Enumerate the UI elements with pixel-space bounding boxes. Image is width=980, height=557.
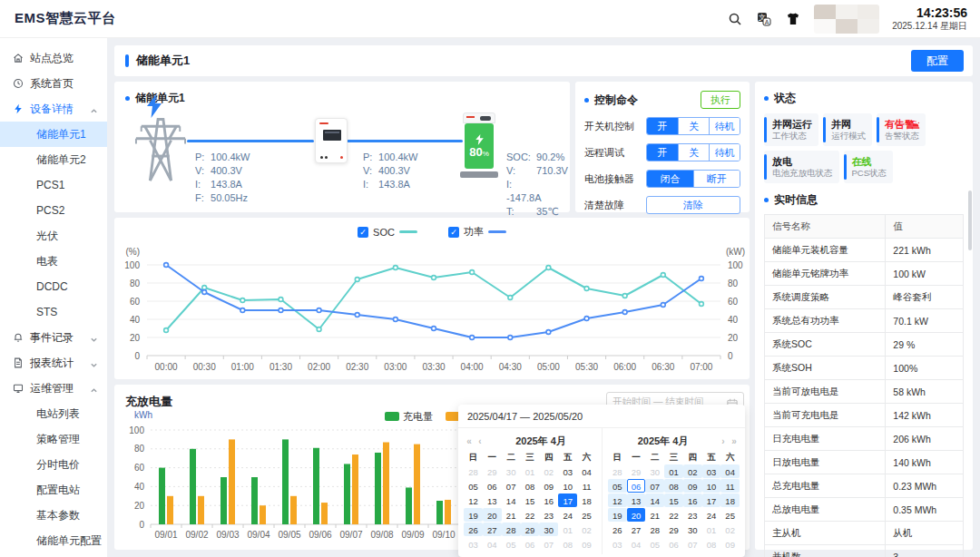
sidebar-item-pcs1[interactable]: PCS1 bbox=[0, 172, 107, 198]
calendar-day[interactable]: 05 bbox=[645, 537, 664, 551]
calendar-day[interactable]: 23 bbox=[539, 508, 558, 522]
segment-option[interactable]: 断开 bbox=[693, 171, 740, 187]
calendar-day[interactable]: 28 bbox=[645, 523, 664, 536]
calendar-day[interactable]: 05 bbox=[502, 537, 521, 551]
calendar-day[interactable]: 01 bbox=[521, 464, 540, 478]
calendar-day[interactable]: 02 bbox=[577, 523, 596, 536]
calendar-day[interactable]: 30 bbox=[502, 464, 521, 478]
calendar-day[interactable]: 30 bbox=[645, 464, 664, 478]
segment-option[interactable]: 闭合 bbox=[647, 171, 693, 187]
sidebar-item-system-mgmt[interactable]: 系统管理 bbox=[0, 553, 107, 557]
calendar-day[interactable]: 29 bbox=[521, 523, 540, 536]
calendar-day[interactable]: 21 bbox=[502, 508, 521, 522]
segment-option[interactable]: 关 bbox=[678, 144, 709, 161]
calendar-day[interactable]: 06 bbox=[483, 479, 502, 493]
calendar-day[interactable]: 02 bbox=[720, 523, 740, 536]
calendar-day[interactable]: 04 bbox=[483, 537, 502, 551]
calendar-day[interactable]: 09 bbox=[539, 479, 558, 493]
calendar-day[interactable]: 18 bbox=[720, 493, 740, 507]
sidebar-item-event-log[interactable]: 事件记录 bbox=[0, 325, 107, 350]
calendar-day[interactable]: 05 bbox=[464, 479, 483, 493]
calendar-day[interactable]: 10 bbox=[558, 479, 577, 493]
user-avatar-blurred[interactable] bbox=[814, 5, 879, 34]
calendar-day[interactable]: 22 bbox=[521, 508, 540, 522]
calendar-day[interactable]: 02 bbox=[539, 464, 558, 478]
calendar-day[interactable]: 07 bbox=[539, 537, 558, 551]
calendar-day[interactable]: 03 bbox=[702, 464, 721, 478]
config-button[interactable]: 配置 bbox=[911, 50, 964, 72]
sidebar-item-unit-config[interactable]: 储能单元配置 bbox=[0, 528, 107, 553]
calendar-day[interactable]: 29 bbox=[483, 464, 502, 478]
calendar-day[interactable]: 22 bbox=[664, 508, 683, 522]
calendar-day[interactable]: 01 bbox=[702, 523, 721, 536]
calendar-day[interactable]: 28 bbox=[464, 464, 483, 478]
calendar-day[interactable]: 16 bbox=[539, 493, 558, 507]
sidebar-item-pcs2[interactable]: PCS2 bbox=[0, 198, 107, 223]
calendar-day[interactable]: 10 bbox=[702, 479, 721, 493]
calendar-day[interactable]: 15 bbox=[664, 493, 683, 507]
segment-option[interactable]: 开 bbox=[647, 144, 678, 161]
calendar-day[interactable]: 25 bbox=[720, 508, 740, 522]
translate-icon[interactable]: 文A bbox=[756, 11, 772, 27]
calendar-day[interactable]: 28 bbox=[608, 464, 627, 478]
calendar-day[interactable]: 12 bbox=[608, 493, 627, 507]
execute-button[interactable]: 执行 bbox=[701, 91, 740, 109]
sidebar-item-station-config[interactable]: 配置电站 bbox=[0, 477, 107, 503]
calendar-day[interactable]: 13 bbox=[483, 493, 502, 507]
calendar-day[interactable]: 17 bbox=[558, 493, 577, 507]
calendar-day[interactable]: 21 bbox=[645, 508, 664, 522]
calendar-day[interactable]: 20 bbox=[483, 508, 502, 522]
calendar-day[interactable]: 07 bbox=[502, 479, 521, 493]
sidebar-item-dcdc[interactable]: DCDC bbox=[0, 274, 107, 299]
calendar-day[interactable]: 24 bbox=[558, 508, 577, 522]
calendar-day[interactable]: 06 bbox=[627, 479, 646, 493]
sidebar-item-pv[interactable]: 光伏 bbox=[0, 223, 107, 249]
calendar-day[interactable]: 09 bbox=[720, 537, 740, 551]
next-year-icon[interactable]: » bbox=[729, 436, 740, 446]
calendar-day[interactable]: 04 bbox=[720, 464, 740, 478]
sidebar-item-meter[interactable]: 电表 bbox=[0, 249, 107, 274]
calendar-day[interactable]: 30 bbox=[683, 523, 702, 536]
next-month-icon[interactable]: › bbox=[718, 436, 729, 446]
calendar-day[interactable]: 19 bbox=[464, 508, 483, 522]
calendar-day[interactable]: 23 bbox=[683, 508, 702, 522]
calendar-day[interactable]: 19 bbox=[608, 508, 627, 522]
sidebar-item-sts[interactable]: STS bbox=[0, 299, 107, 325]
calendar-day[interactable]: 11 bbox=[577, 479, 596, 493]
calendar-day[interactable]: 14 bbox=[645, 493, 664, 507]
calendar-day[interactable]: 15 bbox=[521, 493, 540, 507]
calendar-day[interactable]: 07 bbox=[645, 479, 664, 493]
calendar-day[interactable]: 07 bbox=[683, 537, 702, 551]
calendar-day[interactable]: 16 bbox=[683, 493, 702, 507]
sidebar-item-system-home[interactable]: 系统首页 bbox=[0, 71, 107, 96]
calendar-day[interactable]: 01 bbox=[558, 523, 577, 536]
calendar-day[interactable]: 02 bbox=[683, 464, 702, 478]
calendar-day[interactable]: 20 bbox=[627, 508, 646, 522]
calendar-day[interactable]: 04 bbox=[627, 537, 646, 551]
calendar-day[interactable]: 01 bbox=[664, 464, 683, 478]
sidebar-item-storage-unit-2[interactable]: 储能单元2 bbox=[0, 147, 107, 172]
segment-option[interactable]: 待机 bbox=[709, 118, 740, 134]
calendar-day[interactable]: 06 bbox=[521, 537, 540, 551]
prev-month-icon[interactable]: ‹ bbox=[475, 436, 485, 446]
sidebar-item-site-overview[interactable]: 站点总览 bbox=[0, 45, 107, 71]
prev-year-icon[interactable]: « bbox=[464, 436, 475, 446]
calendar-day[interactable]: 03 bbox=[464, 537, 483, 551]
sidebar-item-station-list[interactable]: 电站列表 bbox=[0, 401, 107, 426]
sidebar-item-report-stats[interactable]: 报表统计 bbox=[0, 350, 107, 376]
calendar-day[interactable]: 04 bbox=[577, 464, 596, 478]
calendar-day[interactable]: 26 bbox=[608, 523, 627, 536]
segment-option[interactable]: 开 bbox=[647, 118, 678, 134]
sidebar-item-tou-price[interactable]: 分时电价 bbox=[0, 452, 107, 477]
sidebar-item-strategy-mgmt[interactable]: 策略管理 bbox=[0, 426, 107, 452]
calendar-day[interactable]: 24 bbox=[702, 508, 721, 522]
calendar-day[interactable]: 29 bbox=[664, 523, 683, 536]
sidebar-item-storage-unit-1[interactable]: 储能单元1 bbox=[0, 122, 107, 147]
calendar-day[interactable]: 09 bbox=[577, 537, 596, 551]
calendar-day[interactable]: 11 bbox=[720, 479, 740, 493]
calendar-day[interactable]: 29 bbox=[627, 464, 646, 478]
sidebar-item-ops-mgmt[interactable]: 运维管理 bbox=[0, 376, 107, 401]
calendar-day[interactable]: 09 bbox=[683, 479, 702, 493]
calendar-day[interactable]: 03 bbox=[558, 464, 577, 478]
calendar-day[interactable]: 08 bbox=[664, 479, 683, 493]
